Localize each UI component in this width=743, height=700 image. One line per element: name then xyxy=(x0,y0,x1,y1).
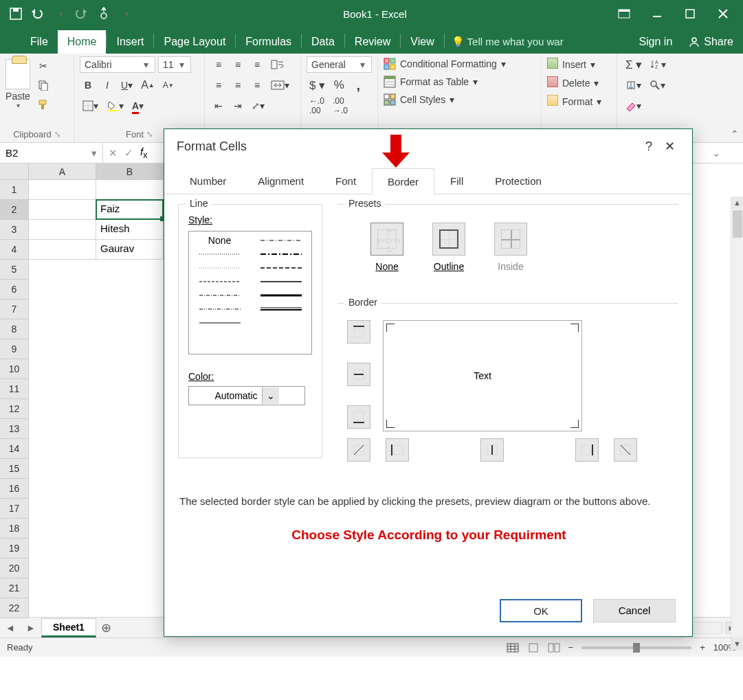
percent-icon[interactable]: % xyxy=(331,77,347,93)
format-cells-button[interactable]: Format ▾ xyxy=(547,93,601,109)
paste-button[interactable]: Paste xyxy=(5,91,30,102)
row-header-6[interactable]: 6 xyxy=(0,280,29,300)
bold-button[interactable]: B xyxy=(80,77,96,93)
sort-filter-icon[interactable]: AZ▾ xyxy=(647,56,669,73)
row-header-13[interactable]: 13 xyxy=(0,419,29,439)
clipboard-launcher-icon[interactable]: ⤡ xyxy=(54,130,60,139)
line-style-opt[interactable] xyxy=(253,275,309,288)
row-header-15[interactable]: 15 xyxy=(0,459,29,479)
row-header-7[interactable]: 7 xyxy=(0,300,29,319)
save-icon[interactable] xyxy=(7,5,25,23)
view-normal-icon[interactable] xyxy=(507,643,519,653)
undo-icon[interactable] xyxy=(29,5,47,23)
collapse-ribbon-icon[interactable]: ⌃ xyxy=(731,128,739,139)
border-diag-up-button[interactable] xyxy=(347,438,370,462)
line-style-opt[interactable] xyxy=(253,289,309,302)
vertical-scroll-thumb[interactable] xyxy=(733,210,742,238)
fill-color-button[interactable]: ▾ xyxy=(104,98,126,114)
underline-button[interactable]: U ▾ xyxy=(118,77,135,93)
expand-formula-bar-icon[interactable]: ⌄ xyxy=(712,147,738,159)
dialog-close-icon[interactable]: ✕ xyxy=(659,139,680,154)
number-format-combo[interactable]: General▾ xyxy=(307,56,372,73)
sheet-nav-prev-icon[interactable]: ◄ xyxy=(0,622,21,633)
row-header-4[interactable]: 4 xyxy=(0,240,29,260)
line-style-opt[interactable] xyxy=(253,303,309,315)
minimize-icon[interactable] xyxy=(641,3,673,24)
find-select-icon[interactable]: ▾ xyxy=(647,77,668,93)
sheet-nav-next-icon[interactable]: ► xyxy=(21,622,41,633)
tab-review[interactable]: Review xyxy=(345,30,400,54)
border-vertical-button[interactable] xyxy=(480,438,504,462)
cell-A4[interactable] xyxy=(29,240,96,260)
italic-button[interactable]: I xyxy=(99,77,115,93)
ok-button[interactable]: OK xyxy=(500,599,582,622)
font-size-combo[interactable]: 11▾ xyxy=(158,56,191,73)
line-style-list[interactable]: None xyxy=(188,231,312,354)
paste-icon[interactable] xyxy=(5,59,30,89)
cancel-button[interactable]: Cancel xyxy=(593,599,676,622)
format-painter-icon[interactable] xyxy=(34,96,52,113)
comma-icon[interactable]: , xyxy=(350,77,366,93)
increase-indent-icon[interactable]: ⇥ xyxy=(230,98,246,114)
zoom-out-icon[interactable]: − xyxy=(568,642,574,653)
row-header-21[interactable]: 21 xyxy=(0,578,29,598)
close-icon[interactable] xyxy=(707,3,739,24)
tell-me-input[interactable]: 💡 Tell me what you war xyxy=(445,30,632,54)
tab-view[interactable]: View xyxy=(401,30,443,54)
col-header-A[interactable]: A xyxy=(29,163,96,180)
tab-file[interactable]: File xyxy=(21,30,58,54)
row-header-17[interactable]: 17 xyxy=(0,499,29,519)
scroll-down-icon[interactable]: ▼ xyxy=(731,637,743,650)
delete-cells-button[interactable]: Delete ▾ xyxy=(547,75,599,91)
cut-icon[interactable]: ✂ xyxy=(34,58,52,74)
row-header-18[interactable]: 18 xyxy=(0,519,29,539)
preset-none[interactable]: None xyxy=(366,223,408,272)
align-left-icon[interactable]: ≡ xyxy=(210,77,227,93)
borders-button[interactable]: ▾ xyxy=(80,98,101,114)
align-right-icon[interactable]: ≡ xyxy=(249,77,265,93)
clear-icon[interactable]: ▾ xyxy=(623,98,644,114)
vertical-scrollbar[interactable]: ▲ ▼ xyxy=(731,196,743,650)
copy-icon[interactable] xyxy=(34,77,52,93)
cell-styles-button[interactable]: Cell Styles ▾ xyxy=(384,92,454,107)
cell-B4[interactable]: Gaurav xyxy=(96,240,164,260)
cell-B3[interactable]: Hitesh xyxy=(96,220,164,240)
increase-font-icon[interactable]: A▲ xyxy=(138,77,157,93)
color-combo[interactable]: Automatic ⌄ xyxy=(188,386,305,405)
row-header-10[interactable]: 10 xyxy=(0,359,29,379)
dialog-tab-fill[interactable]: Fill xyxy=(434,168,479,194)
decrease-decimal-icon[interactable]: .00→.0 xyxy=(330,98,351,114)
preset-inside[interactable]: Inside xyxy=(490,223,531,272)
enter-formula-icon[interactable]: ✓ xyxy=(124,147,133,159)
merge-center-icon[interactable]: ▾ xyxy=(268,77,292,93)
align-bottom-icon[interactable]: ≡ xyxy=(249,56,265,73)
line-style-opt[interactable] xyxy=(192,275,247,288)
ribbon-options-icon[interactable] xyxy=(608,3,640,24)
line-style-opt[interactable] xyxy=(192,303,247,315)
row-header-9[interactable]: 9 xyxy=(0,339,29,359)
format-as-table-button[interactable]: Format as Table ▾ xyxy=(384,74,478,89)
wrap-text-icon[interactable] xyxy=(268,56,287,73)
row-header-22[interactable]: 22 xyxy=(0,598,29,618)
new-sheet-icon[interactable]: ⊕ xyxy=(96,620,117,635)
font-name-combo[interactable]: Calibri▾ xyxy=(80,56,155,73)
row-header-16[interactable]: 16 xyxy=(0,479,29,499)
font-launcher-icon[interactable]: ⤡ xyxy=(146,130,153,139)
scroll-up-icon[interactable]: ▲ xyxy=(731,196,743,209)
dialog-tab-font[interactable]: Font xyxy=(320,168,372,194)
row-header-2[interactable]: 2 xyxy=(0,200,29,220)
dialog-tab-number[interactable]: Number xyxy=(174,168,242,194)
border-preview[interactable]: Text xyxy=(383,320,582,431)
line-style-opt[interactable] xyxy=(253,234,309,247)
name-box[interactable]: B2▾ xyxy=(0,143,103,163)
orientation-icon[interactable]: ⤢▾ xyxy=(249,98,267,114)
decrease-font-icon[interactable]: A▼ xyxy=(160,77,177,93)
row-header-20[interactable]: 20 xyxy=(0,558,29,578)
dialog-tab-protection[interactable]: Protection xyxy=(479,168,557,194)
maximize-icon[interactable] xyxy=(674,3,706,24)
line-style-opt[interactable] xyxy=(192,262,247,274)
dialog-tab-alignment[interactable]: Alignment xyxy=(242,168,320,194)
qat-customize-icon[interactable] xyxy=(117,5,135,23)
fx-icon[interactable]: fx xyxy=(140,146,147,160)
line-style-opt[interactable] xyxy=(253,262,309,274)
